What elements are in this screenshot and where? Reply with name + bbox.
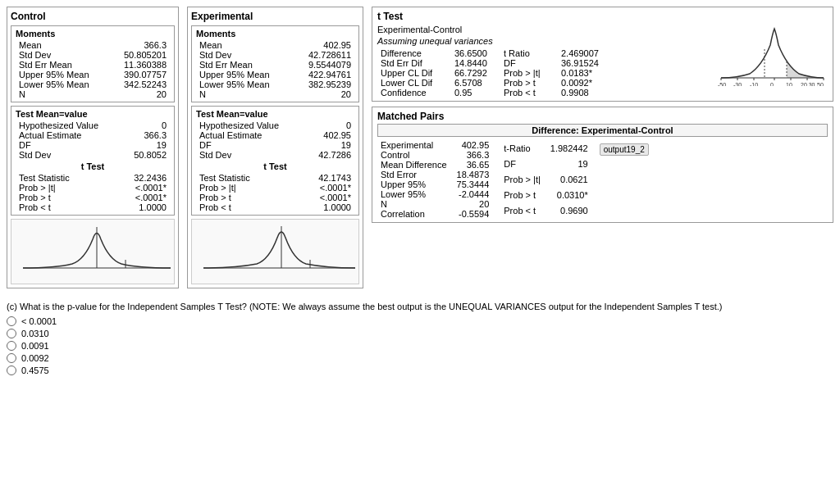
experimental-ttest-title: t Test (196, 161, 354, 171)
svg-text:20 30: 20 30 (801, 82, 815, 86)
matched-label: Correlation (377, 209, 450, 219)
radio-button-1[interactable] (7, 329, 16, 338)
control-bell-svg: -400 -200 0 100 300 (15, 223, 175, 272)
control-hyp-value: 0 (121, 120, 170, 130)
experimental-moment-row: Std Err Mean9.5544079 (196, 60, 354, 70)
control-actual-row: Actual Estimate 366.3 (16, 130, 170, 140)
option-label-1: 0.0310 (21, 329, 49, 338)
experimental-tstat-value: 42.1743 (290, 173, 354, 183)
ttest-chart-container: -50 -30 -10 0 10 20 30 50 (717, 25, 828, 98)
control-moment-row: Lower 95% Mean342.52243 (16, 79, 170, 89)
matched-value: 75.3444 (450, 179, 493, 189)
option-row[interactable]: 0.0092 (7, 353, 833, 363)
moment-label: N (16, 89, 110, 99)
options-container: < 0.0001 0.0310 0.0091 0.0092 0.4575 (7, 316, 833, 375)
control-tstat-value: 32.2436 (107, 173, 170, 183)
experimental-prob-lt-row: Prob < t 1.0000 (196, 202, 354, 212)
question-text: (c) What is the p-value for the Independ… (7, 302, 833, 311)
matched-value: 36.65 (450, 160, 493, 170)
ttest-col2label: Prob > |t| (500, 68, 558, 78)
svg-text:-50: -50 (718, 82, 726, 86)
matched-right-value: 1.982442 (544, 140, 591, 156)
matched-right-value: 0.0621 (544, 171, 591, 187)
radio-button-4[interactable] (7, 366, 16, 375)
experimental-moment-row: N20 (196, 89, 354, 99)
matched-row: Upper 95%75.3444 (377, 179, 492, 189)
experimental-stddev-label: Std Dev (196, 150, 305, 160)
moment-label: Mean (196, 40, 293, 50)
experimental-prob-gt-label: Prob > |t| (196, 183, 290, 193)
control-panel: Control Moments Mean366.3Std Dev50.80520… (7, 7, 179, 288)
experimental-title: Experimental (191, 11, 359, 22)
moment-label: Std Err Mean (16, 60, 110, 70)
matched-row-right: DF19 (500, 156, 591, 171)
radio-button-0[interactable] (7, 316, 16, 326)
control-prob-gt-value: <.0001* (107, 183, 170, 193)
experimental-hyp-label: Hypothesized Value (196, 120, 305, 130)
matched-row-right: Prob > |t|0.0621 (500, 171, 591, 187)
moment-value: 402.95 (293, 40, 354, 50)
ttest-val: 66.7292 (451, 68, 500, 78)
control-prob-t-label: Prob > t (16, 193, 107, 202)
radio-button-3[interactable] (7, 353, 16, 363)
experimental-test: Test Mean=value Hypothesized Value 0 Act… (191, 106, 359, 216)
option-row[interactable]: 0.0310 (7, 329, 833, 338)
ttest-row: Lower CL Dif6.5708Prob > t0.0092* (377, 78, 602, 88)
ttest-data: Experimental-Control Assuming unequal va… (377, 25, 710, 98)
ttest-val: 14.8440 (451, 58, 500, 68)
option-row[interactable]: 0.0091 (7, 341, 833, 351)
ttest-label: Lower CL Dif (377, 78, 451, 88)
control-hyp-row: Hypothesized Value 0 (16, 120, 170, 130)
ttest-subtitle: Experimental-Control (377, 25, 710, 34)
moment-value: 9.5544079 (293, 60, 354, 70)
control-df-row: DF 19 (16, 140, 170, 150)
control-prob-lt-value: 1.0000 (107, 202, 170, 212)
experimental-stddev-row: Std Dev 42.7286 (196, 150, 354, 160)
ttest-bell-svg: -50 -30 -10 0 10 20 30 50 (717, 25, 828, 86)
experimental-prob-gt-value: <.0001* (290, 183, 354, 193)
ttest-label: Std Err Dif (377, 58, 451, 68)
matched-row: Mean Difference36.65 (377, 160, 492, 170)
ttest-col2val: 2.469007 (558, 48, 602, 58)
experimental-stddev-value: 42.7286 (305, 150, 354, 160)
control-moment-row: N20 (16, 89, 170, 99)
matched-label: Std Error (377, 170, 450, 179)
matched-label: Lower 95% (377, 189, 450, 199)
control-moments-title: Moments (16, 29, 170, 39)
matched-panel: Matched Pairs Difference: Experimental-C… (372, 107, 833, 223)
matched-label: Upper 95% (377, 179, 450, 189)
matched-row-right: t-Ratio1.982442 (500, 140, 591, 156)
control-moments: Moments Mean366.3Std Dev50.805201Std Err… (11, 25, 175, 102)
control-hyp-label: Hypothesized Value (16, 120, 121, 130)
ttest-col2label: Prob < t (500, 88, 558, 98)
matched-subtitle: Difference: Experimental-Control (377, 124, 828, 137)
control-prob-gt-row: Prob > |t| <.0001* (16, 183, 170, 193)
ttest-label: Difference (377, 48, 451, 58)
ttest-row: Std Err Dif14.8440DF36.91524 (377, 58, 602, 68)
control-ttest-title: t Test (16, 161, 170, 171)
experimental-df-row: DF 19 (196, 140, 354, 150)
control-ttest-table: Test Statistic 32.2436 Prob > |t| <.0001… (16, 173, 170, 212)
option-row[interactable]: 0.4575 (7, 366, 833, 375)
moment-value: 11.360388 (110, 60, 170, 70)
matched-value: -0.5594 (450, 209, 493, 219)
experimental-moment-row: Std Dev42.728611 (196, 50, 354, 60)
svg-text:10: 10 (786, 82, 792, 86)
matched-right-table: t-Ratio1.982442DF19Prob > |t|0.0621Prob … (500, 140, 591, 219)
control-moment-row: Std Dev50.805201 (16, 50, 170, 60)
matched-right-label: Prob > |t| (500, 171, 544, 187)
experimental-prob-t-label: Prob > t (196, 193, 290, 202)
svg-text:-10: -10 (750, 82, 758, 86)
control-test: Test Mean=value Hypothesized Value 0 Act… (11, 106, 175, 216)
moment-label: Std Dev (16, 50, 110, 60)
matched-left-table: Experimental402.95Control366.3Mean Diffe… (377, 140, 492, 219)
matched-row: Control366.3 (377, 150, 492, 160)
matched-row-right: Prob > t0.0310* (500, 188, 591, 203)
radio-button-2[interactable] (7, 341, 16, 351)
control-prob-lt-label: Prob < t (16, 202, 107, 212)
option-row[interactable]: < 0.0001 (7, 316, 833, 326)
output-badge: output19_2 (600, 143, 649, 156)
matched-row: N20 (377, 199, 492, 209)
matched-label: Control (377, 150, 450, 160)
ttest-col2label: Prob > t (500, 78, 558, 88)
